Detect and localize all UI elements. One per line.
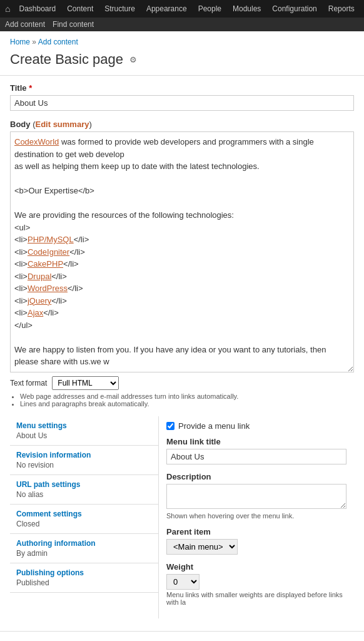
nav-modules[interactable]: Modules xyxy=(228,2,266,16)
nav-reports[interactable]: Reports xyxy=(323,2,360,16)
nav-configuration[interactable]: Configuration xyxy=(267,2,321,16)
text-format-bar: Text format Full HTML Filtered HTML Plai… xyxy=(10,376,354,390)
url-path-value: No alias xyxy=(16,490,152,499)
description-label: Description xyxy=(166,472,346,481)
two-column-layout: Menu settings About Us Revision informat… xyxy=(10,416,354,618)
home-icon[interactable]: ⌂ xyxy=(5,4,10,14)
weight-hint: Menu links with smaller weights are disp… xyxy=(166,591,346,606)
body-label: Body xyxy=(10,120,31,129)
text-format-label: Text format xyxy=(10,379,47,387)
menu-settings-link[interactable]: Menu settings xyxy=(16,421,152,430)
nav-content[interactable]: Content xyxy=(62,2,98,16)
revision-info-value: No revision xyxy=(16,461,152,469)
description-field: Description Shown when hovering over the… xyxy=(166,472,346,520)
provide-menu-link-label[interactable]: Provide a menu link xyxy=(178,421,250,431)
description-hint: Shown when hovering over the menu link. xyxy=(166,512,346,520)
format-hint-1: Web page addresses and e-mail addresses … xyxy=(20,392,354,400)
add-content-link[interactable]: Add content xyxy=(5,20,45,29)
page-title-area: Create Basic page ⚙ xyxy=(0,49,364,76)
description-textarea[interactable] xyxy=(166,484,346,509)
right-panel: Provide a menu link Menu link title Desc… xyxy=(159,416,354,618)
menu-settings-value: About Us xyxy=(16,431,152,440)
weight-field: Weight 0 -10 -5 5 10 Menu links with sma… xyxy=(166,562,346,606)
nav-dashboard[interactable]: Dashboard xyxy=(14,2,61,16)
edit-summary-link[interactable]: Edit summary xyxy=(35,120,89,129)
sidebar-section-comment: Comment settings Closed xyxy=(10,505,158,534)
nav-appearance[interactable]: Appearance xyxy=(141,2,192,16)
sidebar-section-authoring: Authoring information By admin xyxy=(10,534,158,563)
title-field-group: Title * xyxy=(10,83,354,111)
nav-people[interactable]: People xyxy=(193,2,226,16)
sidebar-section-publishing: Publishing options Published xyxy=(10,563,158,593)
provide-menu-link-row: Provide a menu link xyxy=(166,421,346,431)
top-navigation: ⌂ Dashboard Content Structure Appearance… xyxy=(0,0,364,18)
weight-label: Weight xyxy=(166,562,346,572)
menu-link-title-field: Menu link title xyxy=(166,437,346,464)
sidebar-section-url: URL path settings No alias xyxy=(10,475,158,505)
breadcrumb-home[interactable]: Home xyxy=(10,38,30,46)
comment-settings-value: Closed xyxy=(16,520,152,528)
page-title: Create Basic page xyxy=(10,51,123,68)
bottom-buttons: Save Preview xyxy=(0,631,364,642)
title-label: Title * xyxy=(10,83,354,93)
format-hints: Web page addresses and e-mail addresses … xyxy=(10,392,354,408)
breadcrumb-parent[interactable]: Add content xyxy=(38,38,78,46)
sidebar-section-menu: Menu settings About Us xyxy=(10,416,158,446)
authoring-info-link[interactable]: Authoring information xyxy=(16,539,152,548)
weight-select[interactable]: 0 -10 -5 5 10 xyxy=(166,574,200,590)
menu-link-title-label: Menu link title xyxy=(166,437,346,446)
provide-menu-link-checkbox[interactable] xyxy=(166,422,174,430)
authoring-info-value: By admin xyxy=(16,549,152,558)
parent-item-label: Parent item xyxy=(166,527,346,536)
body-textarea[interactable]: CodexWorld was formed to provide web dev… xyxy=(10,131,354,372)
body-edit-close: ) xyxy=(89,120,91,129)
secondary-navigation: Add content Find content xyxy=(0,18,364,31)
comment-settings-link[interactable]: Comment settings xyxy=(16,510,152,518)
publishing-options-value: Published xyxy=(16,578,152,587)
nav-structure[interactable]: Structure xyxy=(99,2,140,16)
find-content-link[interactable]: Find content xyxy=(53,20,94,29)
main-content: Title * Body (Edit summary) CodexWorld w… xyxy=(0,76,364,626)
url-path-link[interactable]: URL path settings xyxy=(16,480,152,489)
title-input[interactable] xyxy=(10,95,354,111)
nav-help[interactable]: Help xyxy=(361,2,364,16)
gear-icon[interactable]: ⚙ xyxy=(128,54,138,64)
parent-item-select[interactable]: <Main menu> <none> xyxy=(166,539,238,555)
parent-item-field: Parent item <Main menu> <none> xyxy=(166,527,346,555)
text-format-select[interactable]: Full HTML Filtered HTML Plain text xyxy=(52,376,119,390)
revision-info-link[interactable]: Revision information xyxy=(16,451,152,459)
title-required: * xyxy=(29,83,32,93)
breadcrumb: Home » Add content xyxy=(0,31,364,49)
format-hint-2: Lines and paragraphs break automatically… xyxy=(20,400,354,408)
publishing-options-link[interactable]: Publishing options xyxy=(16,568,152,577)
body-field-group: Body (Edit summary) CodexWorld was forme… xyxy=(10,120,354,408)
menu-link-title-input[interactable] xyxy=(166,449,346,464)
left-sidebar: Menu settings About Us Revision informat… xyxy=(10,416,159,618)
breadcrumb-separator: » xyxy=(32,38,38,46)
sidebar-section-revision: Revision information No revision xyxy=(10,446,158,475)
